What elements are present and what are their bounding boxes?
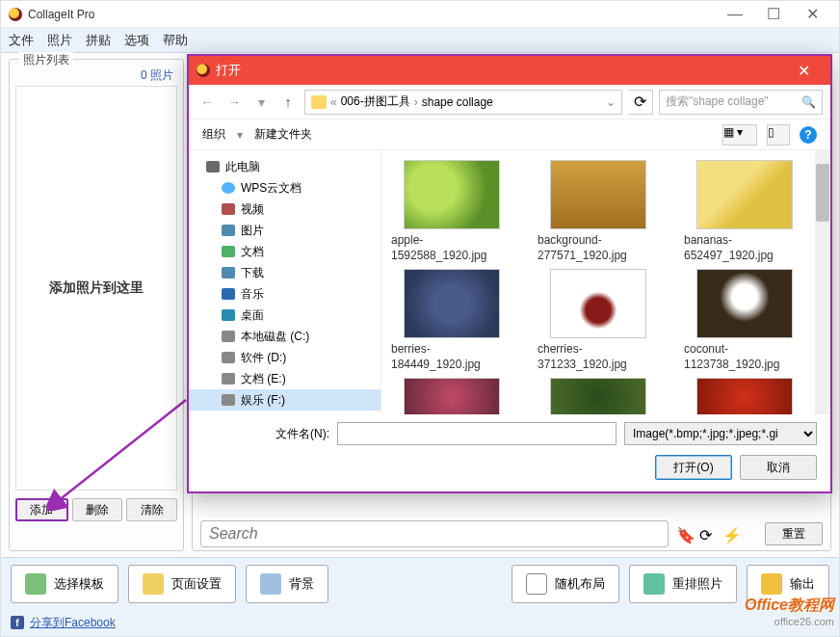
minimize-button[interactable]: — — [716, 1, 754, 28]
tree-item[interactable]: 娱乐 (F:) — [189, 389, 381, 411]
export-icon — [761, 573, 782, 595]
add-photo-button[interactable]: 添加 — [15, 498, 68, 521]
refresh-icon[interactable]: ⟳ — [699, 526, 715, 542]
tree-item-icon — [222, 267, 235, 279]
file-item[interactable]: background-277571_1920.jpg — [538, 160, 659, 263]
template-icon — [25, 573, 46, 595]
nav-forward-button[interactable]: → — [223, 92, 245, 113]
tree-item[interactable]: 桌面 — [189, 305, 381, 326]
tree-item-label: 文档 (E:) — [241, 371, 286, 387]
share-facebook-link[interactable]: 分享到Facebook — [30, 615, 116, 631]
view-mode-button[interactable]: ▦ ▾ — [722, 124, 757, 146]
dialog-footer: 文件名(N): Image(*.bmp;*.jpg;*.jpeg;*.gi 打开… — [189, 414, 830, 491]
grid-scrollbar[interactable] — [815, 150, 830, 414]
tree-item-label: 文档 — [241, 244, 264, 260]
tree-item-label: 本地磁盘 (C:) — [241, 329, 309, 345]
tree-item-label: 桌面 — [241, 307, 264, 324]
dialog-search-input[interactable]: 搜索"shape collage" 🔍 — [659, 90, 823, 115]
tree-item-icon — [222, 182, 235, 194]
bottom-toolbar: 选择模板 页面设置 背景 随机布局 重排照片 输出 — [1, 557, 839, 609]
background-icon — [260, 573, 281, 595]
refresh-button[interactable]: ⟳ — [628, 90, 653, 115]
menu-collage[interactable]: 拼贴 — [86, 32, 111, 49]
tree-item[interactable]: 软件 (D:) — [189, 347, 381, 368]
close-button[interactable]: ✕ — [793, 1, 831, 28]
file-item[interactable]: berries-184449_1920.jpg — [391, 269, 512, 372]
clear-photo-button[interactable]: 清除 — [126, 498, 177, 521]
page-setup-button[interactable]: 页面设置 — [128, 565, 236, 603]
tag-icon[interactable]: 🔖 — [676, 526, 692, 542]
facebook-icon[interactable]: f — [11, 616, 24, 629]
cancel-button[interactable]: 取消 — [740, 455, 817, 480]
photo-drop-zone[interactable]: 添加照片到这里 — [15, 86, 177, 491]
menu-help[interactable]: 帮助 — [163, 32, 188, 49]
folder-tree[interactable]: 此电脑WPS云文档视频图片文档下载音乐桌面本地磁盘 (C:)软件 (D:)文档 … — [189, 150, 381, 414]
maximize-button[interactable]: ☐ — [754, 1, 793, 28]
menu-file[interactable]: 文件 — [9, 32, 34, 49]
delete-photo-button[interactable]: 删除 — [72, 498, 123, 521]
dialog-toolbar: 组织▾ 新建文件夹 ▦ ▾ ▯ ? — [189, 119, 830, 150]
file-grid[interactable]: apple-1592588_1920.jpgbackground-277571_… — [381, 150, 830, 414]
tree-item[interactable]: 视频 — [189, 199, 381, 220]
tree-item[interactable]: WPS云文档 — [189, 177, 381, 199]
file-name: apple-1592588_1920.jpg — [391, 233, 512, 263]
watermark: Office教程网 office26.com — [745, 596, 834, 627]
tree-item[interactable]: 音乐 — [189, 283, 381, 305]
nav-up-button[interactable]: ↑ — [277, 92, 299, 113]
photo-drop-label: 添加照片到这里 — [49, 279, 144, 297]
file-item[interactable]: cherries-371233_1920.jpg — [538, 269, 659, 372]
file-thumbnail — [550, 378, 646, 414]
file-item[interactable]: bananas-652497_1920.jpg — [684, 160, 805, 263]
rearrange-button[interactable]: 重排照片 — [629, 565, 737, 603]
menu-photo[interactable]: 照片 — [47, 32, 72, 49]
tree-item-icon — [222, 331, 235, 342]
app-icon — [9, 8, 22, 21]
help-icon[interactable]: ? — [800, 126, 817, 144]
file-name: background-277571_1920.jpg — [538, 233, 659, 263]
dialog-close-button[interactable]: ✕ — [784, 56, 823, 85]
random-layout-button[interactable]: 随机布局 — [512, 565, 619, 603]
file-thumbnail — [404, 160, 500, 229]
dialog-app-icon — [197, 64, 210, 77]
reset-button[interactable]: 重置 — [765, 522, 823, 545]
nav-recent-button[interactable]: ▾ — [250, 92, 272, 113]
menu-options[interactable]: 选项 — [124, 32, 149, 49]
search-input[interactable] — [200, 520, 669, 547]
file-thumbnail — [550, 160, 646, 229]
tree-item-icon — [222, 352, 235, 363]
preview-pane-button[interactable]: ▯ — [767, 124, 790, 146]
file-item-partial[interactable] — [391, 378, 512, 414]
new-folder-button[interactable]: 新建文件夹 — [254, 126, 312, 143]
file-item-partial[interactable] — [538, 378, 659, 414]
open-dialog: 打开 ✕ ← → ▾ ↑ « 006-拼图工具 › shape collage … — [187, 54, 832, 493]
file-item[interactable]: coconut-1123738_1920.jpg — [684, 269, 805, 372]
tree-item[interactable]: 此电脑 — [189, 156, 381, 177]
tree-item-label: 音乐 — [241, 286, 264, 303]
nav-back-button[interactable]: ← — [197, 92, 218, 113]
path-seg2[interactable]: shape collage — [422, 95, 493, 109]
tree-item-icon — [222, 288, 235, 300]
file-thumbnail — [404, 378, 500, 414]
tree-item[interactable]: 文档 — [189, 241, 381, 262]
tree-item[interactable]: 本地磁盘 (C:) — [189, 326, 381, 347]
flash-icon[interactable]: ⚡ — [722, 526, 738, 542]
filename-input[interactable] — [337, 422, 617, 445]
tree-item-icon — [222, 225, 235, 236]
select-template-button[interactable]: 选择模板 — [11, 565, 118, 603]
path-seg1[interactable]: 006-拼图工具 — [341, 93, 410, 110]
filetype-filter[interactable]: Image(*.bmp;*.jpg;*.jpeg;*.gi — [624, 422, 817, 445]
tree-item-icon — [222, 203, 235, 215]
background-button[interactable]: 背景 — [246, 565, 328, 603]
tree-item[interactable]: 下载 — [189, 262, 381, 283]
tree-item-icon — [222, 246, 235, 257]
file-thumbnail — [696, 160, 793, 229]
menubar: 文件 照片 拼贴 选项 帮助 — [1, 28, 839, 53]
tree-item[interactable]: 文档 (E:) — [189, 368, 381, 389]
tree-item[interactable]: 图片 — [189, 220, 381, 241]
open-button[interactable]: 打开(O) — [655, 455, 732, 480]
organize-menu[interactable]: 组织 — [202, 126, 225, 143]
filename-label: 文件名(N): — [276, 426, 329, 442]
file-item[interactable]: apple-1592588_1920.jpg — [391, 160, 512, 263]
file-item-partial[interactable] — [684, 378, 805, 414]
address-bar[interactable]: « 006-拼图工具 › shape collage ⌄ — [304, 90, 622, 115]
